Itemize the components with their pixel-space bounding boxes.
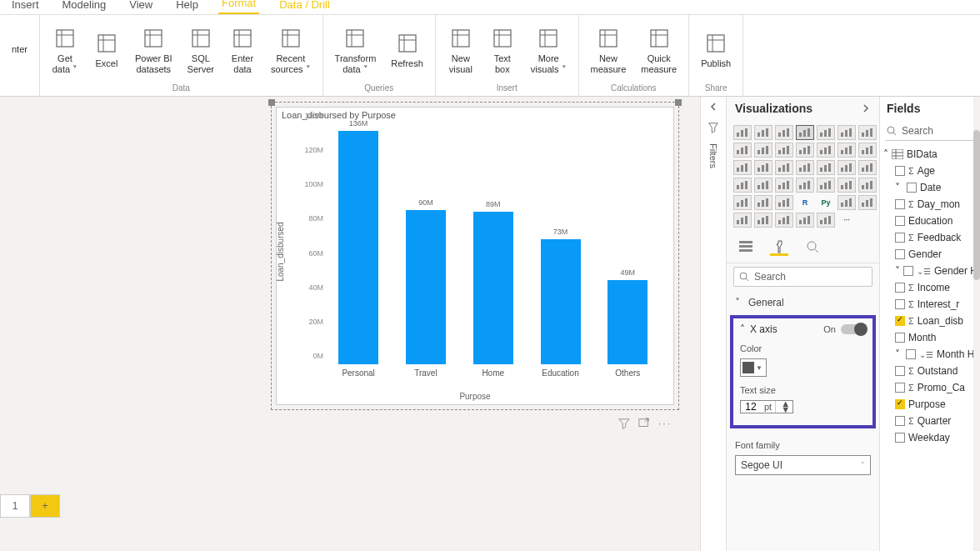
more-options-icon[interactable]: ··· [658, 418, 672, 429]
field-outstand[interactable]: ΣOutstand [880, 363, 980, 379]
field-gender[interactable]: Gender [880, 246, 980, 263]
ribbon-more-button[interactable]: Morevisuals ˅ [526, 23, 572, 77]
bar-others[interactable]: 49M [608, 280, 648, 364]
focus-mode-icon[interactable] [638, 418, 650, 429]
field-promo_ca[interactable]: ΣPromo_Ca [880, 379, 980, 396]
ribbon-new-button[interactable]: Newmeasure [586, 23, 632, 77]
format-mode-icon[interactable] [770, 239, 788, 256]
viz-type-10[interactable] [796, 143, 814, 158]
chart-card[interactable]: Loan_disbursed by Purpose Loan_disbursed… [276, 107, 674, 405]
field-interest_r[interactable]: ΣInterest_r [880, 296, 980, 313]
field-feedback[interactable]: ΣFeedback [880, 229, 980, 246]
analytics-mode-icon[interactable] [803, 239, 822, 256]
fontfamily-select[interactable]: Segoe UI˅ [735, 455, 871, 475]
field-checkbox[interactable] [895, 416, 905, 426]
xaxis-color-picker[interactable]: ▼ [740, 358, 767, 377]
viz-type-34[interactable] [858, 195, 877, 210]
field-income[interactable]: ΣIncome [880, 279, 980, 296]
viz-type-31[interactable]: R [796, 195, 814, 210]
viz-type-8[interactable] [754, 143, 772, 158]
xaxis-textsize-input[interactable]: pt ▲▼ [740, 400, 793, 413]
field-age[interactable]: ΣAge [880, 163, 980, 179]
tab-modeling[interactable]: Modeling [59, 0, 110, 14]
fields-search[interactable]: Search [885, 122, 975, 141]
field-purpose[interactable]: Purpose [880, 396, 980, 413]
field-checkbox[interactable] [895, 249, 905, 259]
viz-type-25[interactable] [817, 178, 835, 193]
table-bidata[interactable]: ˄ BIData [880, 146, 980, 163]
ribbon-recent-button[interactable]: Recentsources ˅ [266, 23, 316, 77]
viz-type-26[interactable] [838, 178, 856, 193]
viz-type-0[interactable] [733, 125, 752, 140]
field-weekday[interactable]: Weekday [880, 429, 980, 446]
viz-type-23[interactable] [775, 178, 793, 193]
field-checkbox[interactable] [895, 383, 905, 393]
ribbon-transform-button[interactable]: Transformdata ˅ [330, 23, 382, 77]
viz-type-27[interactable] [858, 178, 877, 193]
viz-type-30[interactable] [775, 195, 793, 210]
viz-type-4[interactable] [817, 125, 835, 140]
viz-type-38[interactable] [796, 213, 814, 228]
field-checkbox[interactable] [895, 299, 905, 309]
viz-type-36[interactable] [754, 213, 772, 228]
viz-type-17[interactable] [796, 160, 814, 175]
field-quarter[interactable]: ΣQuarter [880, 413, 980, 429]
field-loan_disb[interactable]: ΣLoan_disb [880, 313, 980, 329]
viz-type-12[interactable] [838, 143, 856, 158]
ribbon-enter-button[interactable]: Enterdata [224, 23, 261, 77]
field-education[interactable]: Education [880, 213, 980, 229]
bar-home[interactable]: 89M [473, 212, 513, 364]
format-section-general[interactable]: ˅ General [727, 290, 879, 315]
field-month[interactable]: Month [880, 329, 980, 346]
viz-type-33[interactable] [838, 195, 856, 210]
field-checkbox[interactable] [903, 266, 913, 276]
filter-icon[interactable] [618, 418, 630, 429]
field-day_mon[interactable]: ΣDay_mon [880, 196, 980, 213]
bar-personal[interactable]: 136M [338, 131, 378, 364]
viz-type-9[interactable] [775, 143, 793, 158]
filters-panel-collapsed[interactable]: Filters [700, 97, 727, 551]
field-checkbox[interactable] [895, 316, 905, 326]
field-checkbox[interactable] [895, 199, 905, 209]
field-checkbox[interactable] [895, 399, 905, 409]
field-checkbox[interactable] [895, 433, 905, 443]
field-checkbox[interactable] [895, 216, 905, 226]
viz-type-15[interactable] [754, 160, 772, 175]
tab-format[interactable]: Format [218, 0, 259, 14]
field-month hi[interactable]: ˅⌄☰Month Hi [880, 346, 980, 363]
viz-type-6[interactable] [858, 125, 877, 140]
ribbon-power-bi-button[interactable]: Power BIdatasets [130, 23, 178, 77]
ribbon-get-button[interactable]: Getdata ˅ [47, 23, 83, 77]
viz-type-22[interactable] [754, 178, 772, 193]
ribbon-quick-button[interactable]: Quickmeasure [636, 23, 682, 77]
tab-insert[interactable]: Insert [8, 0, 42, 14]
field-checkbox[interactable] [895, 233, 905, 243]
field-checkbox[interactable] [907, 183, 917, 193]
viz-type-11[interactable] [817, 143, 835, 158]
viz-type-16[interactable] [775, 160, 793, 175]
viz-type-28[interactable] [733, 195, 752, 210]
spinner-arrows[interactable]: ▲▼ [775, 401, 795, 413]
viz-type-37[interactable] [775, 213, 793, 228]
viz-type-13[interactable] [858, 143, 877, 158]
field-date[interactable]: ˅Date [880, 179, 980, 196]
field-checkbox[interactable] [895, 366, 905, 376]
xaxis-header[interactable]: ˄ X axis [740, 323, 778, 335]
format-search[interactable]: Search [733, 267, 872, 287]
report-canvas[interactable]: Loan_disbursed by Purpose Loan_disbursed… [0, 97, 700, 518]
ribbon-new-button[interactable]: Newvisual [442, 23, 479, 77]
viz-type-14[interactable] [733, 160, 752, 175]
viz-type-19[interactable] [838, 160, 856, 175]
viz-type-3[interactable] [796, 125, 814, 140]
ribbon-sql-button[interactable]: SQLServer [182, 23, 219, 77]
bar-travel[interactable]: 90M [406, 210, 446, 364]
expand-filters-icon[interactable] [708, 102, 718, 112]
field-gender h[interactable]: ˅⌄☰Gender H [880, 263, 980, 279]
viz-type-24[interactable] [796, 178, 814, 193]
viz-type-39[interactable] [817, 213, 835, 228]
viz-type-18[interactable] [817, 160, 835, 175]
viz-type-40[interactable]: ··· [838, 213, 856, 228]
field-checkbox[interactable] [895, 333, 905, 343]
xaxis-toggle[interactable] [841, 324, 866, 334]
add-page-button[interactable]: + [30, 494, 60, 518]
